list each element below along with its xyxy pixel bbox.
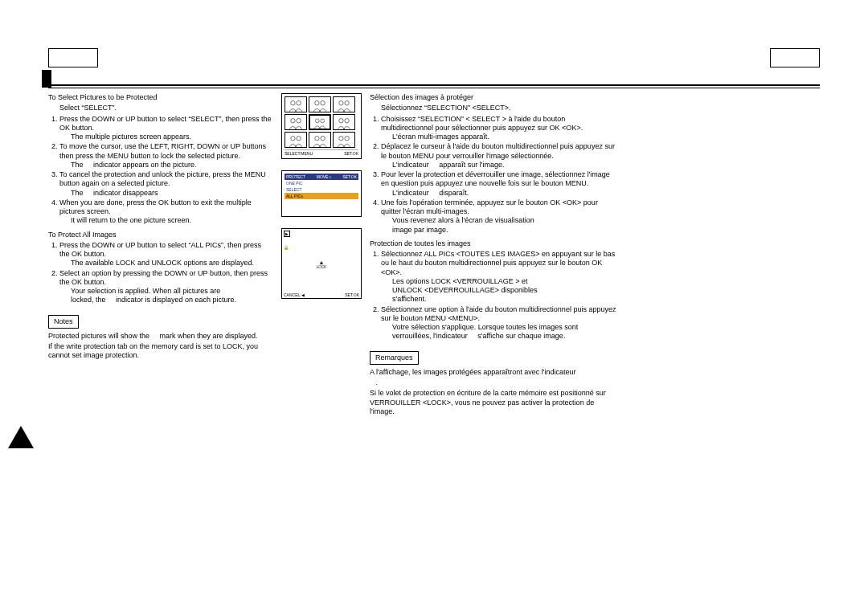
en-step-1-note: The multiple pictures screen appears.	[71, 133, 273, 141]
svg-point-4	[339, 101, 343, 105]
thumb-3	[333, 96, 355, 112]
diagram3-footer: CANCEL:◀ SET:OK	[282, 292, 361, 298]
fr-step-3: Pour lever la protection et déverrouille…	[381, 170, 619, 198]
playback-icon: ▶	[284, 231, 290, 237]
en-step-2-note: The indicator appears on the picture.	[71, 161, 273, 170]
fr-all-2-note-a: Votre sélection s'applique. Lorsque tout…	[392, 323, 619, 332]
thumb-6	[333, 114, 355, 130]
svg-point-11	[345, 119, 349, 123]
thumbnail-grid	[285, 96, 358, 148]
fr-step-2: Déplacez le curseur à l'aide du bouton m…	[381, 142, 619, 170]
menu-item-select: SELECT	[285, 186, 358, 193]
svg-point-1	[297, 101, 301, 105]
fr-step-4-note-a: Vous revenez alors à l'écran de visualis…	[392, 216, 619, 225]
en-select-steps: Press the DOWN or UP button to select “S…	[48, 115, 273, 226]
header-divider	[48, 84, 820, 88]
column-english: To Select Pictures to be Protected Selec…	[48, 93, 273, 418]
fr-step-3-note: L'indicateur disparaît.	[392, 189, 619, 198]
en-step-4-note: It will return to the one picture screen…	[71, 216, 273, 225]
en-step-3-note: The indicator disappears	[71, 189, 273, 198]
up-arrow-icon: ▲	[282, 260, 361, 265]
fr-step-4-note-b: image par image.	[392, 226, 619, 235]
svg-point-15	[321, 137, 325, 141]
fr-select-subtitle: Sélectionnez “SELECTION” <SELECT>.	[381, 104, 619, 112]
fr-step-1-note: L'écran multi-images apparaît.	[392, 133, 619, 141]
menu-item-onepic: ONE PIC	[285, 180, 358, 186]
d1-footer-right: SET:OK	[344, 151, 358, 156]
fr-all-step-1: Sélectionnez ALL PICs <TOUTES LES IMAGES…	[381, 250, 619, 304]
menu-item-allpics: ALL PICs	[285, 193, 358, 199]
svg-point-7	[297, 119, 301, 123]
fr-step-1: Choisissez “SELECTION” < SELECT > à l'ai…	[381, 115, 619, 142]
en-all-step-2: Select an option by pressing the DOWN or…	[59, 269, 273, 305]
en-step-1: Press the DOWN or UP button to select “S…	[59, 115, 273, 142]
d1-footer-left: SELECT:MENU	[285, 151, 313, 156]
thumb-9	[333, 132, 355, 148]
en-all-step-2-note-b: locked, the indicator is displayed on ea…	[71, 296, 273, 304]
en-protect-all-title: To Protect All Images	[48, 231, 273, 239]
top-box-right	[770, 48, 820, 67]
menu-title: PROTECT	[286, 174, 305, 179]
fr-protect-all-steps: Sélectionnez ALL PICs <TOUTES LES IMAGES…	[370, 250, 619, 341]
diagram-thumbnails: SELECT:MENU SET:OK	[281, 93, 362, 159]
en-all-step-2-note-a: Your selection is applied. When all pict…	[71, 287, 273, 296]
en-notes-label: Notes	[48, 315, 79, 329]
en-all-step-1: Press the DOWN or UP button to select “A…	[59, 241, 273, 268]
diagram-protect-menu: PROTECT MOVE:↕ SET:OK ONE PIC SELECT ALL…	[281, 170, 362, 217]
thumb-4	[285, 114, 307, 130]
manual-page: To Select Pictures to be Protected Selec…	[48, 48, 820, 562]
d3-footer-left: CANCEL:◀	[284, 292, 305, 297]
en-step-4: When you are done, press the OK button t…	[59, 198, 273, 226]
fr-notes-label: Remarques	[370, 351, 419, 365]
fr-select-steps: Choisissez “SELECTION” < SELECT > à l'ai…	[370, 115, 619, 235]
column-french: Sélection des images à protéger Sélectio…	[370, 93, 619, 418]
svg-point-13	[297, 137, 301, 141]
diagram-lock: ▶ 🔒 ▲ LOCK CANCEL:◀ SET:OK	[281, 228, 362, 299]
fr-protect-all-title: Protection de toutes les images	[370, 239, 619, 248]
menu-set: SET:OK	[342, 174, 357, 179]
fr-step-2-note: L'indicateur apparaît sur l'image.	[392, 161, 619, 170]
svg-point-17	[345, 137, 349, 141]
warning-triangle-icon	[8, 426, 34, 448]
fr-all-1-note-b: UNLOCK <DEVERROUILLAGE> disponibles	[392, 286, 619, 295]
svg-point-5	[345, 101, 349, 105]
fr-all-step-2: Sélectionnez une option à l'aide du bout…	[381, 305, 619, 341]
fr-all-2-note-b: verrouillées, l'indicateur s'affiche sur…	[392, 332, 619, 341]
svg-point-9	[321, 119, 325, 123]
fr-all-1-note-c: s'affichent.	[392, 295, 619, 304]
body-columns: To Select Pictures to be Protected Selec…	[48, 93, 619, 418]
lock-indicator-icon: 🔒	[284, 245, 289, 250]
lock-label: LOCK	[282, 265, 361, 269]
svg-point-6	[291, 119, 295, 123]
en-step-2: To move the cursor, use the LEFT, RIGHT,…	[59, 142, 273, 170]
en-select-title: To Select Pictures to be Protected	[48, 93, 273, 102]
header-boxes	[48, 48, 820, 67]
svg-point-14	[315, 137, 319, 141]
fr-note-2: Si le volet de protection en écriture de…	[370, 389, 619, 416]
en-protect-all-steps: Press the DOWN or UP button to select “A…	[48, 241, 273, 305]
fr-step-4: Une fois l'opération terminée, appuyez s…	[381, 198, 619, 235]
diagram1-footer: SELECT:MENU SET:OK	[285, 149, 358, 156]
thumb-1	[285, 96, 307, 112]
svg-point-0	[291, 101, 295, 105]
en-select-subtitle: Select “SELECT”.	[59, 104, 273, 112]
en-step-3: To cancel the protection and unlock the …	[59, 170, 273, 198]
thumb-7	[285, 132, 307, 148]
menu-header: PROTECT MOVE:↕ SET:OK	[285, 174, 358, 180]
d3-footer-right: SET:OK	[345, 292, 359, 297]
thumb-2	[309, 96, 331, 112]
fr-all-1-note-a: Les options LOCK <VERROUILLAGE > et	[392, 277, 619, 286]
svg-point-16	[339, 137, 343, 141]
top-box-left	[48, 48, 98, 67]
fr-note-1b: .	[370, 378, 619, 387]
svg-point-3	[321, 101, 325, 105]
lock-center: ▲ LOCK	[282, 260, 361, 269]
thumb-5-selected	[309, 114, 331, 130]
column-diagrams: SELECT:MENU SET:OK PROTECT MOVE:↕ SET:OK…	[281, 93, 362, 418]
en-note-2: If the write protection tab on the memor…	[48, 342, 273, 361]
svg-point-8	[315, 119, 319, 123]
en-all-step-1-note: The available LOCK and UNLOCK options ar…	[71, 259, 273, 268]
svg-point-2	[315, 101, 319, 105]
menu-move: MOVE:↕	[317, 174, 332, 179]
fr-select-title: Sélection des images à protéger	[370, 93, 619, 102]
